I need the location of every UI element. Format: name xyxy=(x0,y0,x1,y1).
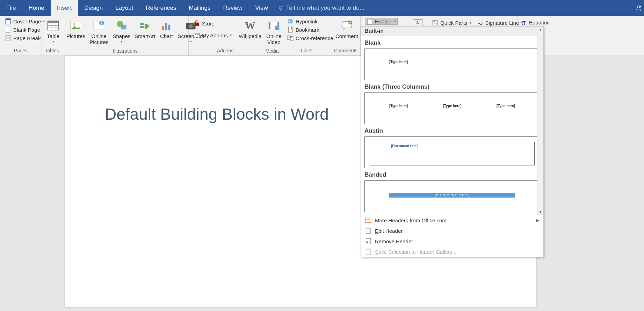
cross-reference-button[interactable]: Cross-reference xyxy=(287,35,334,42)
bookmark-icon xyxy=(287,27,294,33)
group-addins: Store My Add-ins ▾ W Wikipedia Add-ins xyxy=(189,16,262,55)
table-icon xyxy=(46,18,60,32)
cover-page-button[interactable]: Cover Page ▾ xyxy=(4,18,45,25)
gallery-menu: More Headers from Office.com ▶ Edit Head… xyxy=(361,215,543,257)
gallery-item-banded[interactable]: [DOCUMENT TITLE] xyxy=(364,180,540,212)
shapes-button[interactable]: Shapes ▾ xyxy=(110,17,132,45)
cover-page-icon xyxy=(5,18,11,24)
tab-mailings[interactable]: Mailings xyxy=(182,0,217,16)
svg-rect-42 xyxy=(366,218,371,223)
group-links: Hyperlink Bookmark Cross-reference Links xyxy=(282,16,331,55)
cross-ref-label: Cross-reference xyxy=(296,35,333,41)
more-headers-label: More Headers from Office.com xyxy=(375,217,447,223)
signature-label: Signature Line xyxy=(485,20,519,26)
online-pictures-label: Online Pictures xyxy=(89,33,108,45)
tab-references[interactable]: References xyxy=(139,0,182,16)
dropdown-icon: ▾ xyxy=(121,40,122,43)
quick-parts-icon xyxy=(432,20,438,26)
svg-rect-48 xyxy=(366,249,371,250)
tell-me-placeholder: Tell me what you want to do... xyxy=(286,5,364,12)
submenu-icon: ▶ xyxy=(536,218,539,223)
placeholder-text: [Type here] xyxy=(497,104,515,108)
table-button[interactable]: Table ▾ xyxy=(44,17,62,45)
placeholder-text: [DOCUMENT TITLE] xyxy=(389,193,515,198)
smartart-button[interactable]: SmartArt xyxy=(132,17,157,40)
edit-header-label: Edit Header xyxy=(375,228,403,234)
edit-header-menuitem[interactable]: Edit Header xyxy=(361,225,543,236)
wikipedia-button[interactable]: W Wikipedia xyxy=(237,17,263,40)
comment-button[interactable]: Comment xyxy=(333,17,360,40)
svg-rect-33 xyxy=(290,37,293,40)
gallery-section-builtin: Built-in xyxy=(361,27,543,36)
hyperlink-label: Hyperlink xyxy=(296,18,318,24)
document-heading: Default Building Blocks in Word xyxy=(105,105,329,124)
dropdown-icon: ▾ xyxy=(394,20,396,23)
gallery-scrollbar[interactable]: ▲ ▼ xyxy=(537,27,543,215)
online-pictures-button[interactable]: Online Pictures xyxy=(87,17,110,47)
gallery-item-blank3[interactable]: [Type here] [Type here] [Type here] xyxy=(364,92,540,124)
chart-button[interactable]: Chart xyxy=(157,17,175,40)
wikipedia-label: Wikipedia xyxy=(239,33,261,39)
remove-header-menuitem[interactable]: Remove Header xyxy=(361,236,543,246)
tab-file[interactable]: File xyxy=(0,0,22,16)
svg-rect-6 xyxy=(6,39,10,41)
scroll-down-icon[interactable]: ▼ xyxy=(537,208,543,215)
wikipedia-icon: W xyxy=(243,18,257,32)
more-headers-menuitem[interactable]: More Headers from Office.com ▶ xyxy=(361,215,543,225)
placeholder-text: [Type here] xyxy=(443,104,461,108)
chart-label: Chart xyxy=(160,33,173,39)
store-button[interactable]: Store xyxy=(193,20,232,27)
svg-rect-4 xyxy=(6,27,10,32)
group-media: Online Video Media xyxy=(262,16,282,55)
svg-rect-3 xyxy=(6,18,10,20)
quick-parts-button[interactable]: Quick Parts ▾ xyxy=(431,19,472,26)
blank-page-label: Blank Page xyxy=(13,27,40,33)
group-pages-label: Pages xyxy=(0,46,42,55)
group-media-label: Media xyxy=(262,47,282,56)
tab-insert[interactable]: Insert xyxy=(51,0,78,16)
gallery-item-austin[interactable]: [Document title] xyxy=(364,136,540,168)
svg-point-10 xyxy=(73,23,75,25)
svg-rect-25 xyxy=(197,34,199,35)
hyperlink-button[interactable]: Hyperlink xyxy=(287,18,334,25)
svg-rect-40 xyxy=(434,23,437,23)
tab-view[interactable]: View xyxy=(249,0,274,16)
scroll-track[interactable] xyxy=(537,33,543,208)
online-pictures-icon xyxy=(92,18,106,32)
remove-header-icon xyxy=(365,238,371,244)
online-video-label: Online Video xyxy=(266,33,281,45)
svg-rect-27 xyxy=(269,22,270,29)
ribbon-tabs: File Home Insert Design Layout Reference… xyxy=(0,0,644,16)
group-illustrations-label: Illustrations xyxy=(62,47,188,56)
pictures-icon xyxy=(69,18,83,32)
equation-button[interactable]: π Equation xyxy=(520,17,550,26)
lightbulb-icon xyxy=(278,5,283,11)
svg-rect-37 xyxy=(367,18,372,20)
tab-home[interactable]: Home xyxy=(22,0,50,16)
blank-page-button[interactable]: Blank Page xyxy=(4,26,45,33)
pictures-label: Pictures xyxy=(66,33,85,39)
my-addins-button[interactable]: My Add-ins ▾ xyxy=(193,32,232,39)
share-button[interactable] xyxy=(633,0,644,16)
quick-parts-label: Quick Parts xyxy=(440,20,468,26)
tab-design[interactable]: Design xyxy=(78,0,109,16)
pictures-button[interactable]: Pictures xyxy=(64,17,87,40)
group-comments-label: Comments xyxy=(331,46,360,55)
bookmark-button[interactable]: Bookmark xyxy=(287,26,334,33)
header-dropdown[interactable]: Header ▾ xyxy=(365,18,398,25)
gallery-item-banded-title: Banded xyxy=(364,171,540,178)
tab-layout[interactable]: Layout xyxy=(109,0,139,16)
header-gallery: Built-in Blank [Type here] Blank (Three … xyxy=(361,26,544,257)
blank-page-icon xyxy=(5,27,11,33)
scroll-up-icon[interactable]: ▲ xyxy=(537,27,543,33)
group-pages: Cover Page ▾ Blank Page Page Break Pages xyxy=(0,16,42,55)
page-break-button[interactable]: Page Break xyxy=(4,35,45,42)
signature-line-button[interactable]: Signature Line ▾ xyxy=(476,19,524,26)
gallery-item-blank-title: Blank xyxy=(364,39,540,46)
gallery-item-blank[interactable]: [Type here] xyxy=(364,49,540,80)
tell-me-search[interactable]: Tell me what you want to do... xyxy=(274,0,364,16)
tab-review[interactable]: Review xyxy=(217,0,249,16)
placeholder-text: [Document title] xyxy=(391,144,418,148)
online-video-button[interactable]: Online Video xyxy=(264,17,283,47)
shapes-icon xyxy=(115,18,129,32)
